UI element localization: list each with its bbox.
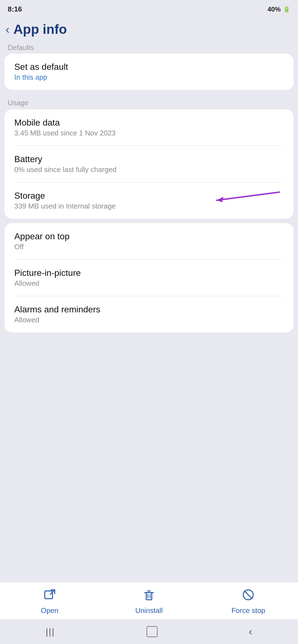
app-info-header: ‹ App info xyxy=(0,16,298,41)
open-icon xyxy=(43,588,56,604)
home-button[interactable] xyxy=(147,626,158,637)
page-title: App info xyxy=(13,22,67,37)
pip-subtitle: Allowed xyxy=(14,279,284,288)
alarms-title: Alarms and reminders xyxy=(14,304,284,315)
bottom-spacer xyxy=(0,337,298,430)
battery-title: Battery xyxy=(14,154,284,164)
defaults-section-label: Defaults xyxy=(0,41,298,54)
set-as-default-item[interactable]: Set as default In this app xyxy=(4,54,294,90)
open-label: Open xyxy=(41,606,59,615)
force-stop-icon xyxy=(242,588,255,604)
appear-on-top-title: Appear on top xyxy=(14,231,284,241)
appear-on-top-item[interactable]: Appear on top Off xyxy=(4,223,294,259)
pip-item[interactable]: Picture-in-picture Allowed xyxy=(4,260,294,296)
storage-title: Storage xyxy=(14,191,284,201)
set-as-default-subtitle: In this app xyxy=(14,73,284,82)
uninstall-icon xyxy=(142,588,156,604)
status-bar: 8:16 40% 🔋 xyxy=(0,0,298,16)
mobile-data-subtitle: 3.45 MB used since 1 Nov 2023 xyxy=(14,129,284,137)
svg-rect-2 xyxy=(45,591,53,599)
mobile-data-title: Mobile data xyxy=(14,118,284,128)
battery-subtitle: 0% used since last fully charged xyxy=(14,165,284,174)
set-as-default-title: Set as default xyxy=(14,62,284,72)
back-system-button[interactable]: ‹ xyxy=(249,626,252,638)
svg-rect-4 xyxy=(146,593,152,600)
permissions-card: Appear on top Off Picture-in-picture All… xyxy=(4,223,294,332)
open-nav-item[interactable]: Open xyxy=(28,588,72,615)
defaults-card: Set as default In this app xyxy=(4,54,294,90)
battery-icon: 🔋 xyxy=(283,6,290,13)
uninstall-label: Uninstall xyxy=(135,606,163,615)
mobile-data-item[interactable]: Mobile data 3.45 MB used since 1 Nov 202… xyxy=(4,109,294,146)
battery-indicator: 40% xyxy=(267,5,281,13)
alarms-subtitle: Allowed xyxy=(14,316,284,324)
status-time: 8:16 xyxy=(8,5,22,13)
storage-subtitle: 339 MB used in Internal storage xyxy=(14,202,284,210)
uninstall-nav-item[interactable]: Uninstall xyxy=(127,588,171,615)
usage-section-label: Usage xyxy=(0,94,298,109)
storage-item[interactable]: Storage 339 MB used in Internal storage xyxy=(4,182,294,219)
recents-button[interactable]: ||| xyxy=(46,627,55,637)
status-icons: 40% 🔋 xyxy=(267,5,290,13)
alarms-item[interactable]: Alarms and reminders Allowed xyxy=(4,296,294,332)
usage-card: Mobile data 3.45 MB used since 1 Nov 202… xyxy=(4,109,294,219)
battery-item[interactable]: Battery 0% used since last fully charged xyxy=(4,146,294,182)
pip-title: Picture-in-picture xyxy=(14,268,284,278)
appear-on-top-subtitle: Off xyxy=(14,243,284,251)
bottom-nav-bar: Open Uninstall Force stop xyxy=(0,582,298,619)
force-stop-label: Force stop xyxy=(231,606,265,615)
system-nav-bar: ||| ‹ xyxy=(0,619,298,644)
back-button[interactable]: ‹ xyxy=(5,23,10,35)
force-stop-nav-item[interactable]: Force stop xyxy=(226,588,270,615)
svg-line-10 xyxy=(244,591,252,599)
